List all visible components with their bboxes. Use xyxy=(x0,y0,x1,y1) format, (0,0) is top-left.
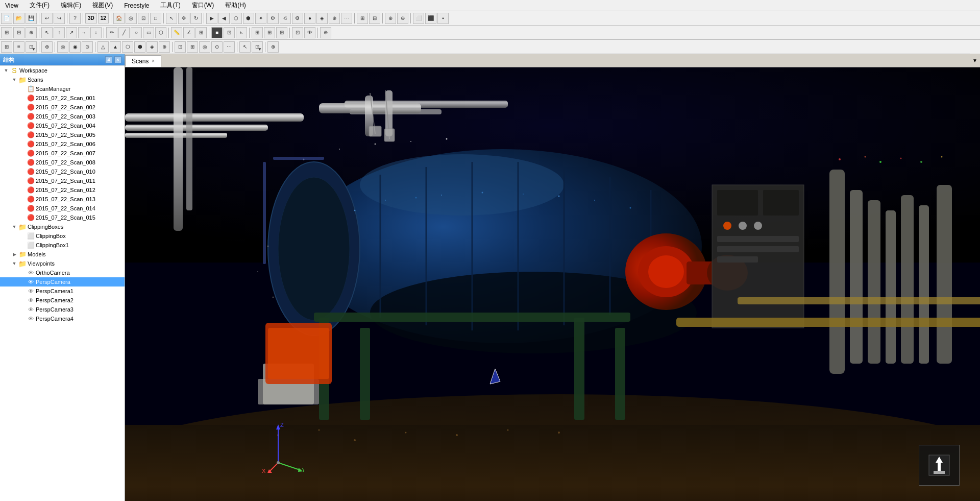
tb3-cross[interactable]: ⊕ xyxy=(41,41,53,53)
toolbar-btn-s[interactable]: ▪ xyxy=(437,13,449,24)
point-cloud-btn[interactable]: ⊡ xyxy=(138,13,149,24)
tb2-grid2[interactable]: ⊞ xyxy=(264,27,275,38)
tree-scan-006[interactable]: ▶ 🔴 2015_07_22_Scan_006 xyxy=(0,139,125,149)
redo-button[interactable]: ↪ xyxy=(54,13,65,24)
toolbar-btn-i[interactable]: ● xyxy=(304,13,315,24)
tree-scan-001[interactable]: ▶ 🔴 2015_07_22_Scan_001 xyxy=(0,93,125,103)
tb2-btn2[interactable]: ⊟ xyxy=(13,27,24,38)
toolbar-btn-c[interactable]: ⬡ xyxy=(231,13,242,24)
tb2-filter[interactable]: ⊾ xyxy=(236,27,247,38)
tree-scan-003[interactable]: ▶ 🔴 2015_07_22_Scan_003 xyxy=(0,112,125,121)
tb2-btn1[interactable]: ⊞ xyxy=(1,27,12,38)
tb3-grid[interactable]: ⊞ xyxy=(1,41,12,53)
select-btn[interactable]: ↖ xyxy=(166,13,177,24)
scan-icon-btn[interactable]: ◎ xyxy=(126,13,137,24)
menu-edit[interactable]: 编辑(E) xyxy=(58,0,84,11)
viewport-3d[interactable]: Z X Y xyxy=(125,67,980,501)
tb3-d[interactable]: ⊙ xyxy=(211,41,223,53)
tb2-btn3[interactable]: ⊕ xyxy=(26,27,37,38)
toolbar-btn-r[interactable]: ⬛ xyxy=(425,13,436,24)
tb2-color1[interactable]: ■ xyxy=(211,27,223,38)
tree-scan-015[interactable]: ▶ 🔴 2015_07_22_Scan_015 xyxy=(0,213,125,222)
tree-clippingboxes[interactable]: ▼ 📁 ClippingBoxes xyxy=(0,222,125,231)
12-button[interactable]: 12 xyxy=(98,13,109,23)
toolbar-btn-k[interactable]: ⊕ xyxy=(329,13,340,24)
tb2-area[interactable]: ⊞ xyxy=(195,27,207,38)
tb2-btn7[interactable]: → xyxy=(78,27,89,38)
tree-scan-005[interactable]: ▶ 🔴 2015_07_22_Scan_005 xyxy=(0,130,125,139)
tb2-last[interactable]: ⊕ xyxy=(320,27,331,38)
toolbar-btn-d[interactable]: ⬢ xyxy=(243,13,254,24)
tb3-scan2[interactable]: ◉ xyxy=(69,41,81,53)
tb3-select-mode[interactable]: ↖ xyxy=(239,41,251,53)
save-button[interactable]: 💾 xyxy=(26,13,37,24)
tb3-model2[interactable]: ▲ xyxy=(110,41,121,53)
box-btn[interactable]: □ xyxy=(150,13,161,24)
toolbar-btn-j[interactable]: ◈ xyxy=(316,13,328,24)
tb2-btn5[interactable]: ↑ xyxy=(54,27,65,38)
tree-scan-007[interactable]: ▶ 🔴 2015_07_22_Scan_007 xyxy=(0,149,125,158)
scans-expand-icon[interactable]: ▼ xyxy=(10,76,18,84)
undo-button[interactable]: ↩ xyxy=(41,13,53,24)
menu-freestyle[interactable]: Freestyle xyxy=(121,1,152,10)
tree-viewpoints[interactable]: ▼ 📁 Viewpoints xyxy=(0,259,125,268)
menu-view[interactable]: View xyxy=(2,1,21,10)
tb2-poly[interactable]: ⬡ xyxy=(155,27,166,38)
toolbar-btn-o[interactable]: ⊕ xyxy=(385,13,396,24)
tb3-model[interactable]: △ xyxy=(97,41,109,53)
menu-tools[interactable]: 工具(T) xyxy=(157,0,183,11)
tb3-scan3[interactable]: ⊙ xyxy=(82,41,93,53)
menu-view2[interactable]: 视图(V) xyxy=(89,0,116,11)
tree-scan-012[interactable]: ▶ 🔴 2015_07_22_Scan_012 xyxy=(0,185,125,195)
toolbar-btn-p[interactable]: ⊖ xyxy=(397,13,408,24)
tree-clippingbox1[interactable]: ▶ ⬜ ClippingBox1 xyxy=(0,241,125,250)
tb2-btn8[interactable]: ↓ xyxy=(90,27,102,38)
tree-scans[interactable]: ▼ 📁 Scans xyxy=(0,75,125,84)
tb2-line[interactable]: ╱ xyxy=(118,27,130,38)
toolbar-btn-n[interactable]: ⊟ xyxy=(369,13,380,24)
tree-scan-002[interactable]: ▶ 🔴 2015_07_22_Scan_002 xyxy=(0,103,125,112)
tree-scan-004[interactable]: ▶ 🔴 2015_07_22_Scan_004 xyxy=(0,121,125,130)
toolbar-btn-e[interactable]: ✦ xyxy=(255,13,266,24)
viewpoints-expand-icon[interactable]: ▼ xyxy=(10,259,18,268)
panel-pin-button[interactable]: 4 xyxy=(105,56,112,63)
tb2-btn6[interactable]: ↗ xyxy=(66,27,77,38)
toolbar-btn-h[interactable]: ⚙ xyxy=(292,13,303,24)
tree-scan-011[interactable]: ▶ 🔴 2015_07_22_Scan_011 xyxy=(0,176,125,185)
toolbar-btn-b[interactable]: ◀ xyxy=(218,13,230,24)
menu-window[interactable]: 窗口(W) xyxy=(189,0,217,11)
toolbar-btn-g[interactable]: ⛭ xyxy=(280,13,291,24)
home-button[interactable]: 🏠 xyxy=(113,13,125,24)
tb3-b[interactable]: ⊞ xyxy=(187,41,198,53)
help-button[interactable]: ? xyxy=(69,13,81,24)
tab-scans[interactable]: Scans × xyxy=(125,55,161,67)
tb2-btn4[interactable]: ↖ xyxy=(41,27,53,38)
tb2-circle[interactable]: ○ xyxy=(131,27,142,38)
tb2-grid3[interactable]: ⊞ xyxy=(276,27,287,38)
tb3-c[interactable]: ◎ xyxy=(199,41,210,53)
tb3-scan1[interactable]: ◎ xyxy=(57,41,68,53)
tab-dropdown-button[interactable]: ▼ xyxy=(970,54,980,67)
toolbar-btn-m[interactable]: ⊞ xyxy=(357,13,368,24)
tree-orthocamera[interactable]: ▶ 👁 OrthoCamera xyxy=(0,268,125,277)
tb3-model5[interactable]: ◈ xyxy=(146,41,158,53)
tree-perspcamera3[interactable]: ▶ 👁 PerspCamera3 xyxy=(0,305,125,314)
menu-file[interactable]: 文件(F) xyxy=(27,0,53,11)
tb3-final[interactable]: ⊕ xyxy=(267,41,279,53)
new-button[interactable]: 📄 xyxy=(1,13,12,24)
tb2-pen[interactable]: ✏ xyxy=(106,27,117,38)
tb2-grid1[interactable]: ⊞ xyxy=(252,27,263,38)
panel-close-button[interactable]: × xyxy=(114,56,121,63)
tb3-model6[interactable]: ⊕ xyxy=(159,41,170,53)
tree-models[interactable]: ▶ 📁 Models xyxy=(0,250,125,259)
tree-workspace[interactable]: ▼ S Workspace xyxy=(0,66,125,75)
tb3-view[interactable]: ⊡▼ xyxy=(26,41,37,53)
tb2-color2[interactable]: ⊡ xyxy=(224,27,235,38)
tb3-model4[interactable]: ⬢ xyxy=(134,41,145,53)
open-button[interactable]: 📂 xyxy=(13,13,24,24)
tree-scan-014[interactable]: ▶ 🔴 2015_07_22_Scan_014 xyxy=(0,204,125,213)
tree-perspcamera4[interactable]: ▶ 👁 PerspCamera4 xyxy=(0,314,125,323)
navigation-cube[interactable] xyxy=(919,445,960,486)
tree-view[interactable]: ▼ S Workspace ▼ 📁 Scans ▶ 📋 ScanManager xyxy=(0,65,125,501)
menu-help[interactable]: 帮助(H) xyxy=(222,0,249,11)
